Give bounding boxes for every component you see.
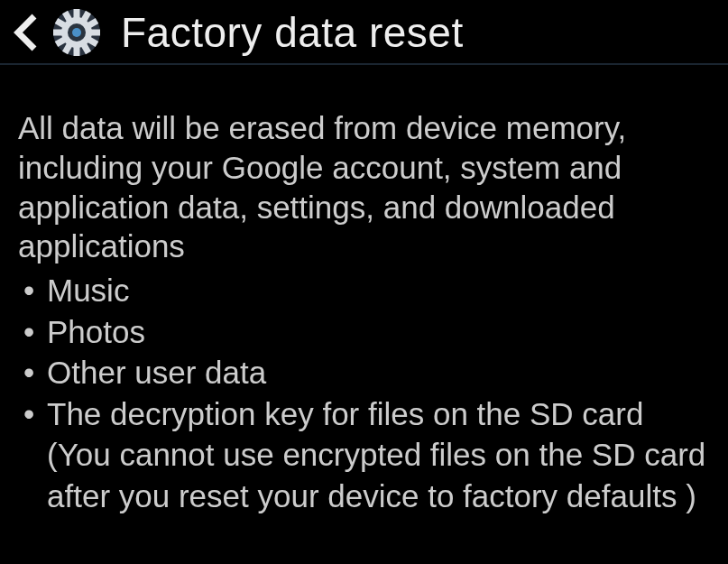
header-bar: Factory data reset [0,0,728,65]
list-item: The decryption key for files on the SD c… [22,393,710,517]
list-item-text: Music [47,273,129,308]
chevron-left-icon [11,11,41,54]
svg-point-15 [72,28,81,37]
list-item-text: Photos [47,314,145,349]
list-item: Photos [22,311,710,353]
list-item-note: (You cannot use encrypted files on the S… [47,434,710,516]
intro-text: All data will be erased from device memo… [18,108,710,266]
list-item: Other user data [22,352,710,393]
svg-rect-7 [74,47,80,56]
list-item-text: Other user data [47,355,266,390]
svg-rect-10 [53,30,62,36]
content-area: All data will be erased from device memo… [0,65,728,516]
settings-gear-icon [51,6,103,59]
svg-rect-1 [74,9,80,18]
back-button[interactable] [11,11,47,54]
page-title: Factory data reset [121,8,464,57]
bullet-list: Music Photos Other user data The decrypt… [18,270,710,516]
list-item: Music [22,270,710,311]
list-item-text: The decryption key for files on the SD c… [47,396,643,431]
svg-rect-4 [91,30,100,36]
